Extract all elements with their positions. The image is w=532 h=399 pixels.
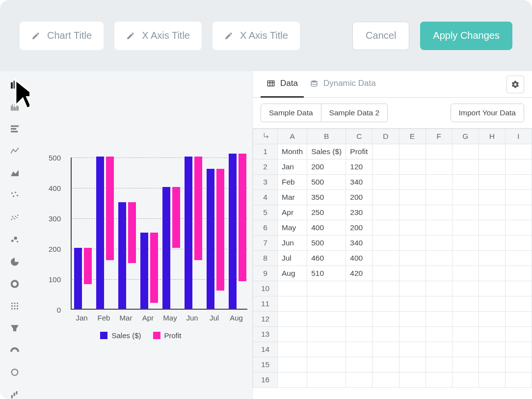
cell[interactable] <box>426 372 452 388</box>
cell[interactable] <box>399 205 426 220</box>
gauge-icon[interactable] <box>8 346 21 355</box>
cell[interactable] <box>505 357 532 372</box>
settings-button[interactable] <box>506 76 524 93</box>
cell[interactable] <box>479 357 505 372</box>
cell[interactable] <box>372 251 399 266</box>
cell[interactable] <box>452 251 479 266</box>
row-header[interactable]: 3 <box>253 175 278 190</box>
cell[interactable]: 200 <box>346 220 372 236</box>
cell[interactable] <box>346 357 372 372</box>
row-header[interactable]: 9 <box>253 266 278 281</box>
cell[interactable] <box>505 236 532 251</box>
cell[interactable] <box>479 190 505 205</box>
cell[interactable] <box>399 296 426 312</box>
cell[interactable] <box>278 312 307 327</box>
cell[interactable] <box>307 312 346 327</box>
cell[interactable] <box>505 220 532 236</box>
row-header[interactable]: 6 <box>253 220 278 236</box>
cell[interactable]: May <box>278 220 307 236</box>
cell[interactable]: 230 <box>346 205 372 220</box>
cell[interactable] <box>505 175 532 190</box>
cell[interactable] <box>399 372 426 388</box>
tab-dynamic-data[interactable]: Dynamic Data <box>304 71 382 98</box>
cell[interactable] <box>479 236 505 251</box>
cell[interactable]: 350 <box>307 190 346 205</box>
cell[interactable] <box>505 372 532 388</box>
cell[interactable] <box>452 281 479 296</box>
cell[interactable] <box>426 220 452 236</box>
bar-chart-icon[interactable] <box>8 80 21 89</box>
spreadsheet[interactable]: ABCDEFGHI1MonthSales ($)Profit2Jan200120… <box>253 128 532 399</box>
cell[interactable] <box>426 312 452 327</box>
row-header[interactable]: 2 <box>253 160 278 175</box>
cell[interactable] <box>372 342 399 357</box>
cell[interactable] <box>399 342 426 357</box>
cell[interactable] <box>452 372 479 388</box>
cell[interactable] <box>426 190 452 205</box>
cell[interactable]: Jul <box>278 251 307 266</box>
col-header[interactable]: E <box>399 129 426 144</box>
cell[interactable] <box>346 296 372 312</box>
cell[interactable] <box>307 327 346 342</box>
cell[interactable] <box>372 160 399 175</box>
row-header[interactable]: 7 <box>253 236 278 251</box>
cell[interactable] <box>399 144 426 160</box>
cell[interactable]: 400 <box>307 220 346 236</box>
col-header[interactable]: I <box>505 129 532 144</box>
col-header[interactable]: G <box>452 129 479 144</box>
cell[interactable] <box>372 175 399 190</box>
cell[interactable]: 340 <box>346 236 372 251</box>
col-header[interactable]: C <box>346 129 372 144</box>
cell[interactable] <box>452 342 479 357</box>
col-header[interactable]: A <box>278 129 307 144</box>
chart-title-field[interactable]: Chart Title <box>20 22 104 50</box>
cell[interactable] <box>479 342 505 357</box>
cell[interactable] <box>372 266 399 281</box>
cell[interactable]: Month <box>278 144 307 160</box>
col-header[interactable]: H <box>479 129 505 144</box>
cell[interactable] <box>505 190 532 205</box>
row-header[interactable]: 1 <box>253 144 278 160</box>
cell[interactable] <box>426 251 452 266</box>
cell[interactable] <box>399 357 426 372</box>
cell[interactable] <box>399 251 426 266</box>
funnel-icon[interactable] <box>8 323 21 333</box>
cell[interactable] <box>372 312 399 327</box>
cell[interactable] <box>479 266 505 281</box>
cell[interactable] <box>452 236 479 251</box>
cell[interactable] <box>505 327 532 342</box>
cell[interactable] <box>426 205 452 220</box>
cell[interactable] <box>346 372 372 388</box>
sample-data-1-button[interactable]: Sample Data <box>261 104 321 122</box>
cell[interactable] <box>399 175 426 190</box>
cell[interactable] <box>505 312 532 327</box>
cell[interactable] <box>452 175 479 190</box>
cell[interactable]: Jun <box>278 236 307 251</box>
cell[interactable]: 510 <box>307 266 346 281</box>
cell[interactable] <box>505 144 532 160</box>
cell[interactable] <box>346 327 372 342</box>
row-header[interactable]: 11 <box>253 296 278 312</box>
cell[interactable] <box>278 296 307 312</box>
dense-bar-icon[interactable] <box>8 102 21 111</box>
cell[interactable] <box>399 236 426 251</box>
cell[interactable] <box>399 327 426 342</box>
cell[interactable] <box>505 251 532 266</box>
cell[interactable] <box>426 175 452 190</box>
tab-data[interactable]: Data <box>261 71 304 98</box>
cell[interactable] <box>426 327 452 342</box>
cell[interactable] <box>372 236 399 251</box>
cell[interactable] <box>372 190 399 205</box>
row-header[interactable]: 8 <box>253 251 278 266</box>
cell[interactable] <box>399 220 426 236</box>
row-header[interactable]: 12 <box>253 312 278 327</box>
cell[interactable] <box>278 342 307 357</box>
cell[interactable] <box>479 327 505 342</box>
import-data-button[interactable]: Import Your Data <box>451 104 524 122</box>
scatter-sparse-icon[interactable] <box>8 190 21 200</box>
cell[interactable] <box>307 281 346 296</box>
cell[interactable] <box>372 327 399 342</box>
cell[interactable] <box>479 220 505 236</box>
x-axis-title-field-1[interactable]: X Axis Title <box>114 22 202 50</box>
cell[interactable] <box>505 342 532 357</box>
